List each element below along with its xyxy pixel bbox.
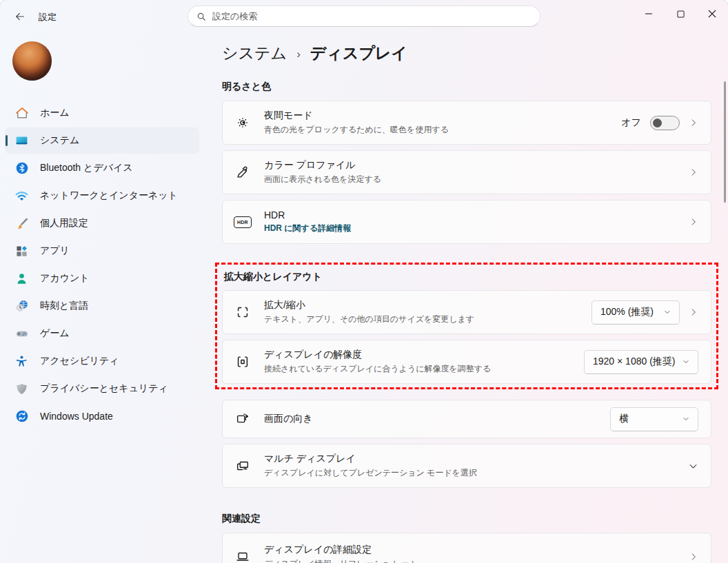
advanced-display-icon xyxy=(234,549,252,563)
search-input[interactable]: 設定の検索 xyxy=(188,6,540,27)
resolution-title: ディスプレイの解像度 xyxy=(264,349,491,361)
sidebar-item-label: システム xyxy=(40,134,79,147)
scale-title: 拡大/縮小 xyxy=(264,299,474,311)
chevron-right-icon xyxy=(689,552,698,562)
hdr-row[interactable]: HDR HDR HDR に関する詳細情報 xyxy=(222,200,711,244)
gaming-icon xyxy=(14,327,29,341)
window-controls xyxy=(633,0,728,28)
back-button[interactable] xyxy=(8,7,32,26)
sidebar-item-label: アクセシビリティ xyxy=(40,355,119,367)
hdr-title: HDR xyxy=(264,209,351,221)
color-profile-subtitle: 画面に表示される色を決定する xyxy=(264,174,381,185)
sidebar-item-accounts[interactable]: アカウント xyxy=(6,266,199,291)
sidebar-item-label: 時刻と言語 xyxy=(40,300,88,312)
settings-window: 設定 設定の検索 xyxy=(0,0,728,563)
apps-icon xyxy=(14,244,29,258)
sidebar-item-personalization[interactable]: 個人用設定 xyxy=(6,211,199,236)
multi-display-row[interactable]: マルチ ディスプレイ ディスプレイに対してプレゼンテーション モードを選択 xyxy=(222,444,711,488)
sidebar-item-gaming[interactable]: ゲーム xyxy=(6,321,199,346)
orientation-title: 画面の向き xyxy=(264,413,313,425)
section-header-brightness: 明るさと色 xyxy=(222,81,711,93)
sidebar: ホーム システム xyxy=(0,33,207,563)
orientation-icon xyxy=(234,411,252,427)
red-dashed-annotation: 拡大縮小とレイアウト 拡大/縮小 テキスト、アプリ、その他の項目のサイズを変更し… xyxy=(215,263,718,389)
sidebar-item-label: Windows Update xyxy=(40,411,113,422)
night-mode-subtitle: 青色の光をブロックするために、暖色を使用する xyxy=(264,124,449,136)
maximize-button[interactable] xyxy=(665,0,696,28)
night-light-icon xyxy=(234,115,252,130)
search-placeholder: 設定の検索 xyxy=(212,10,257,23)
minimize-button[interactable] xyxy=(633,0,665,28)
search-icon xyxy=(196,12,206,21)
color-profile-row[interactable]: カラー プロファイル 画面に表示される色を決定する xyxy=(222,150,711,194)
orientation-row[interactable]: 画面の向き 横 xyxy=(222,400,711,438)
resolution-icon xyxy=(234,354,252,369)
color-profile-icon xyxy=(234,165,252,180)
sidebar-item-system[interactable]: システム xyxy=(6,128,199,153)
user-avatar[interactable] xyxy=(12,41,52,81)
home-icon xyxy=(14,106,29,121)
advanced-display-subtitle: ディスプレイ情報、リフレッシュ レート xyxy=(264,558,418,563)
network-icon xyxy=(14,189,29,203)
chevron-right-icon[interactable] xyxy=(689,307,698,317)
close-button[interactable] xyxy=(696,0,728,28)
time-language-icon xyxy=(14,299,29,314)
advanced-display-title: ディスプレイの詳細設定 xyxy=(264,544,418,556)
chevron-down-icon[interactable] xyxy=(688,461,698,471)
chevron-down-icon xyxy=(663,308,671,316)
night-mode-row[interactable]: 夜間モード 青色の光をブロックするために、暖色を使用する オフ xyxy=(222,101,711,145)
scale-row[interactable]: 拡大/縮小 テキスト、アプリ、その他の項目のサイズを変更します 100% (推奨… xyxy=(222,290,711,334)
orientation-dropdown[interactable]: 横 xyxy=(610,407,698,431)
multi-display-title: マルチ ディスプレイ xyxy=(264,453,477,465)
windows-update-icon xyxy=(14,409,29,424)
chevron-down-icon xyxy=(682,358,690,366)
sidebar-item-label: プライバシーとセキュリティ xyxy=(40,382,168,395)
breadcrumb-separator: › xyxy=(296,46,301,61)
sidebar-item-home[interactable]: ホーム xyxy=(6,101,199,125)
sidebar-item-label: アカウント xyxy=(40,272,90,285)
breadcrumb-system[interactable]: システム xyxy=(222,43,287,64)
sidebar-item-network[interactable]: ネットワークとインターネット xyxy=(6,183,199,208)
hdr-info-link[interactable]: HDR に関する詳細情報 xyxy=(264,223,351,234)
section-header-related: 関連設定 xyxy=(222,513,711,525)
close-icon xyxy=(708,10,716,18)
sidebar-item-label: Bluetooth とデバイス xyxy=(40,162,133,174)
sidebar-item-windows-update[interactable]: Windows Update xyxy=(6,404,199,429)
sidebar-nav: ホーム システム xyxy=(6,101,199,431)
page-title: ディスプレイ xyxy=(310,43,407,64)
resolution-row[interactable]: ディスプレイの解像度 接続されているディスプレイに合うように解像度を調整する 1… xyxy=(222,340,711,384)
scale-dropdown[interactable]: 100% (推奨) xyxy=(592,300,680,325)
accounts-icon xyxy=(14,272,29,286)
toggle-knob xyxy=(653,119,662,127)
minimize-icon xyxy=(645,10,653,18)
sidebar-item-bluetooth[interactable]: Bluetooth とデバイス xyxy=(6,156,199,181)
title-bar: 設定 設定の検索 xyxy=(0,0,728,33)
sidebar-item-apps[interactable]: アプリ xyxy=(6,238,199,263)
vertical-scrollbar[interactable] xyxy=(724,81,726,203)
sidebar-item-label: ホーム xyxy=(40,107,70,119)
scale-icon xyxy=(234,305,252,320)
hdr-icon: HDR xyxy=(234,216,252,228)
resolution-subtitle: 接続されているディスプレイに合うように解像度を調整する xyxy=(264,363,491,375)
night-mode-toggle[interactable] xyxy=(650,116,680,130)
app-title: 設定 xyxy=(39,11,57,23)
scale-value: 100% (推奨) xyxy=(600,306,654,318)
sidebar-item-time-language[interactable]: 時刻と言語 xyxy=(6,294,199,318)
chevron-right-icon xyxy=(689,167,698,177)
sidebar-item-label: ネットワークとインターネット xyxy=(40,190,178,202)
back-arrow-icon xyxy=(14,11,26,22)
resolution-dropdown[interactable]: 1920 × 1080 (推奨) xyxy=(584,350,698,374)
multi-display-subtitle: ディスプレイに対してプレゼンテーション モードを選択 xyxy=(264,467,477,479)
color-profile-title: カラー プロファイル xyxy=(264,159,381,172)
multi-display-icon xyxy=(234,458,252,473)
chevron-right-icon xyxy=(689,118,698,127)
advanced-display-row[interactable]: ディスプレイの詳細設定 ディスプレイ情報、リフレッシュ レート xyxy=(222,533,711,563)
night-mode-title: 夜間モード xyxy=(264,110,449,122)
sidebar-item-accessibility[interactable]: アクセシビリティ xyxy=(6,349,199,373)
resolution-value: 1920 × 1080 (推奨) xyxy=(593,356,675,368)
accessibility-icon xyxy=(14,354,29,369)
chevron-down-icon xyxy=(682,415,690,423)
system-icon xyxy=(14,134,29,148)
night-mode-toggle-label: オフ xyxy=(621,116,641,129)
sidebar-item-privacy[interactable]: プライバシーとセキュリティ xyxy=(6,376,199,401)
